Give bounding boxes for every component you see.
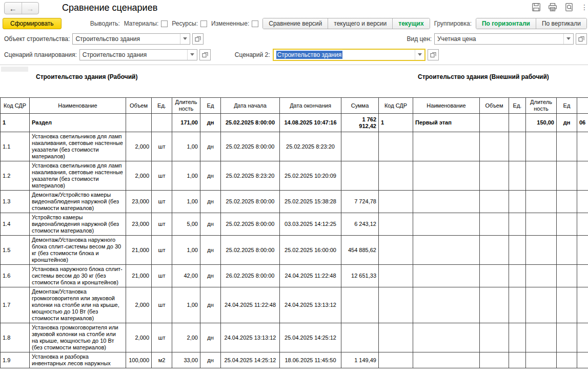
cell[interactable] xyxy=(577,236,588,265)
changed-checkbox[interactable] xyxy=(252,20,258,27)
scenario2-field[interactable]: Строительство здания xyxy=(273,49,425,61)
generate-button[interactable]: Сформировать xyxy=(3,18,62,29)
cell[interactable] xyxy=(526,352,557,368)
cell[interactable]: 1.7 xyxy=(1,287,30,323)
cell[interactable] xyxy=(509,161,526,191)
planning-scenario-field[interactable]: Строительство здания xyxy=(79,49,197,60)
cell[interactable]: 25.04.2025 14:25:12 xyxy=(221,352,280,368)
cell[interactable] xyxy=(413,161,480,191)
cell[interactable]: дн xyxy=(557,114,577,132)
construction-object-choose-button[interactable] xyxy=(192,33,204,45)
cell[interactable] xyxy=(577,323,588,352)
cell[interactable] xyxy=(480,287,509,323)
cell[interactable] xyxy=(557,191,577,213)
materials-checkbox[interactable] xyxy=(161,20,168,27)
cell[interactable]: Демонтаж/Установка наружного блока сплит… xyxy=(30,236,126,265)
column-header[interactable]: Наименование xyxy=(30,98,126,114)
cell[interactable] xyxy=(526,191,557,213)
cell[interactable] xyxy=(509,265,526,287)
cell[interactable] xyxy=(509,287,526,323)
scenario2-dropdown[interactable] xyxy=(415,50,424,60)
cell[interactable]: 25.02.2025 8:00:00 xyxy=(221,132,280,161)
cell[interactable] xyxy=(577,213,588,236)
cell[interactable] xyxy=(526,323,557,352)
back-button[interactable]: ← xyxy=(5,3,22,14)
column-header[interactable]: Дата начала xyxy=(221,98,280,114)
cell[interactable] xyxy=(413,236,480,265)
cell[interactable]: 26.02.2025 8:00:00 xyxy=(221,265,280,287)
cell[interactable]: Установка наружного блока сплит-системы … xyxy=(30,265,126,287)
cell[interactable]: 1.1 xyxy=(1,132,30,161)
cell[interactable] xyxy=(480,352,509,368)
cell[interactable]: 1.2 xyxy=(1,161,30,191)
cell[interactable]: 25.02.2025 8:00:00 xyxy=(221,236,280,265)
cell[interactable]: 1.8 xyxy=(1,323,30,352)
cell[interactable] xyxy=(413,352,480,368)
cell[interactable]: 25.02.2025 8:00:00 xyxy=(221,191,280,213)
cell[interactable]: 12 651,33 xyxy=(341,265,379,287)
cell[interactable]: 100,000 xyxy=(126,352,152,368)
column-header[interactable]: Длитель ность xyxy=(172,98,200,114)
cell[interactable] xyxy=(526,265,557,287)
cell[interactable]: м2 xyxy=(152,352,172,368)
cell[interactable] xyxy=(557,236,577,265)
cell[interactable] xyxy=(126,114,152,132)
cell[interactable] xyxy=(480,323,509,352)
cell[interactable]: 7 724,78 xyxy=(341,191,379,213)
comparison-table[interactable]: Код СДРНаименованиеОбъемЕд.Длитель ность… xyxy=(0,97,588,368)
cell[interactable]: Установка громкоговорителя или звуковой … xyxy=(30,323,126,352)
cell[interactable] xyxy=(341,323,379,352)
cell[interactable]: шт xyxy=(152,213,172,236)
cell[interactable] xyxy=(526,287,557,323)
cell[interactable] xyxy=(379,161,413,191)
cell[interactable] xyxy=(480,114,509,132)
cell[interactable]: дн xyxy=(200,287,221,323)
cell[interactable]: дн xyxy=(200,352,221,368)
cell[interactable]: 1,00 xyxy=(172,132,200,161)
cell[interactable]: дн xyxy=(200,191,221,213)
cell[interactable] xyxy=(413,132,480,161)
cell[interactable]: Раздел xyxy=(30,114,126,132)
cell[interactable]: шт xyxy=(152,287,172,323)
save-icon[interactable] xyxy=(532,3,541,12)
cell[interactable] xyxy=(577,132,588,161)
construction-object-field[interactable]: Строительство здания xyxy=(72,33,190,45)
compare-versions-button[interactable]: Сравнение версий xyxy=(263,18,328,29)
cell[interactable] xyxy=(413,213,480,236)
cell[interactable] xyxy=(379,323,413,352)
cell[interactable] xyxy=(480,161,509,191)
cell[interactable] xyxy=(577,161,588,191)
cell[interactable]: 5,00 xyxy=(172,213,200,236)
cell[interactable] xyxy=(509,114,526,132)
cell[interactable] xyxy=(341,132,379,161)
cell[interactable]: 25.02.2025 16:00:00 xyxy=(280,236,341,265)
cell[interactable] xyxy=(577,352,588,368)
cell[interactable]: шт xyxy=(152,236,172,265)
cell[interactable]: 25.02.2025 10:20:09 xyxy=(280,161,341,191)
cell[interactable] xyxy=(509,213,526,236)
cell[interactable]: 1.3 xyxy=(1,191,30,213)
cell[interactable]: 25.02.2025 15:38:28 xyxy=(280,191,341,213)
cell[interactable] xyxy=(526,213,557,236)
cell[interactable]: 25.04.2025 14:25:12 xyxy=(280,323,341,352)
cell[interactable] xyxy=(557,132,577,161)
cell[interactable]: 1 149,49 xyxy=(341,352,379,368)
cell[interactable] xyxy=(480,132,509,161)
cell[interactable]: 24.04.2025 13:13:12 xyxy=(221,323,280,352)
cell[interactable]: 24.04.2025 11:22:48 xyxy=(280,265,341,287)
cell[interactable] xyxy=(577,265,588,287)
cell[interactable]: Демонтаж/Устройство камеры видеонаблюден… xyxy=(30,191,126,213)
cell[interactable] xyxy=(480,191,509,213)
planning-scenario-choose-button[interactable] xyxy=(199,49,211,60)
cell[interactable]: шт xyxy=(152,265,172,287)
resources-checkbox[interactable] xyxy=(200,20,207,27)
cell[interactable]: шт xyxy=(152,323,172,352)
cell[interactable]: 25.02.2025 8:00:00 xyxy=(221,213,280,236)
cell[interactable]: 1 762 912,42 xyxy=(341,114,379,132)
cell[interactable]: 25.02.2025 8:23:20 xyxy=(221,161,280,191)
cell[interactable] xyxy=(413,265,480,287)
cell[interactable] xyxy=(379,191,413,213)
column-header[interactable]: Сумма xyxy=(341,98,379,114)
cell[interactable] xyxy=(413,191,480,213)
cell[interactable]: Установка и разборка инвентарных лесов н… xyxy=(30,352,126,368)
